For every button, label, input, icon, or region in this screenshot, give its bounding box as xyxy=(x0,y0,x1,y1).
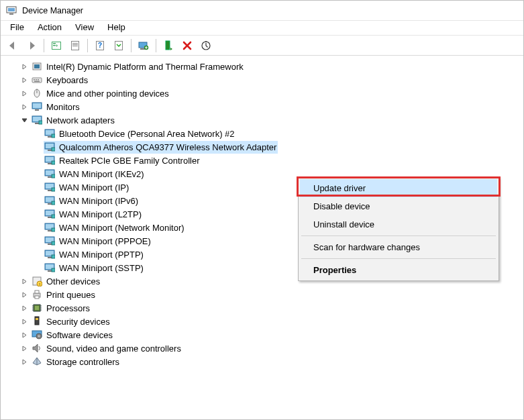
category-row[interactable]: Intel(R) Dynamic Platform and Thermal Fr… xyxy=(7,60,521,73)
mouse-icon xyxy=(32,88,42,99)
device-label: Bluetooth Device (Personal Area Network)… xyxy=(58,128,236,140)
svg-rect-5 xyxy=(53,45,56,46)
window-title: Device Manager xyxy=(21,5,85,16)
category-label: Monitors xyxy=(45,101,81,113)
category-row[interactable]: Software devices xyxy=(7,328,521,342)
network-adapter-icon xyxy=(44,222,55,233)
keyboard-icon xyxy=(32,74,42,85)
menu-action[interactable]: Action xyxy=(31,21,68,35)
category-row[interactable]: Mice and other pointing devices xyxy=(7,87,521,100)
context-separator xyxy=(301,235,496,236)
svg-rect-4 xyxy=(53,43,56,44)
titlebar: Device Manager xyxy=(1,1,523,21)
category-row[interactable]: Processors xyxy=(7,301,521,315)
context-uninstall-device[interactable]: Uninstall device xyxy=(300,215,497,233)
menu-help[interactable]: Help xyxy=(101,21,132,35)
toolbar-separator xyxy=(44,39,44,52)
enable-device-button[interactable] xyxy=(160,38,176,54)
svg-rect-2 xyxy=(9,13,13,15)
expand-icon[interactable] xyxy=(19,330,29,339)
sound-icon xyxy=(32,343,42,354)
device-label: WAN Miniport (IKEv2) xyxy=(58,168,146,180)
svg-rect-16 xyxy=(166,41,170,50)
svg-rect-7 xyxy=(72,43,78,44)
help-button[interactable]: ? xyxy=(92,38,108,54)
expand-icon[interactable] xyxy=(19,344,29,353)
toolbar: ? xyxy=(1,36,523,56)
context-properties[interactable]: Properties xyxy=(300,261,497,279)
network-adapter-icon xyxy=(32,115,42,125)
expand-icon[interactable] xyxy=(19,102,29,111)
device-label: WAN Miniport (SSTP) xyxy=(58,262,145,274)
menu-file[interactable]: File xyxy=(3,21,31,35)
software-device-icon xyxy=(32,329,42,340)
expand-icon[interactable] xyxy=(19,317,29,326)
properties-button[interactable] xyxy=(67,38,83,54)
device-label: Realtek PCIe GBE Family Controller xyxy=(58,155,201,166)
network-adapter-icon xyxy=(44,249,55,260)
forward-button[interactable] xyxy=(23,38,40,54)
back-button[interactable] xyxy=(5,38,21,54)
category-label: Intel(R) Dynamic Platform and Thermal Fr… xyxy=(45,61,245,72)
device-label: WAN Miniport (PPPOE) xyxy=(58,235,152,247)
category-row[interactable]: Storage controllers xyxy=(7,355,521,368)
expand-icon[interactable] xyxy=(19,290,29,299)
update-driver-button[interactable] xyxy=(136,38,152,54)
collapse-icon[interactable] xyxy=(19,115,29,125)
network-adapter-icon xyxy=(44,209,55,219)
scan-hardware-button[interactable] xyxy=(198,38,214,54)
menu-view[interactable]: View xyxy=(68,21,101,35)
category-label: Software devices xyxy=(45,329,114,341)
context-update-driver[interactable]: Update driver xyxy=(300,179,497,197)
device-label: Qualcomm Atheros QCA9377 Wireless Networ… xyxy=(58,142,278,153)
category-row-network[interactable]: Network adapters xyxy=(7,113,521,127)
device-row[interactable]: Qualcomm Atheros QCA9377 Wireless Networ… xyxy=(7,140,521,154)
monitor-icon xyxy=(32,101,42,112)
expand-icon[interactable] xyxy=(19,62,29,71)
device-label: WAN Miniport (PPTP) xyxy=(58,249,145,260)
svg-rect-8 xyxy=(72,44,78,45)
network-adapter-icon xyxy=(44,155,55,166)
category-row[interactable]: Sound, video and game controllers xyxy=(7,342,521,355)
toolbar-separator xyxy=(131,39,132,52)
network-adapter-icon xyxy=(44,182,55,193)
category-row[interactable]: Monitors xyxy=(7,100,521,113)
category-label: Other devices xyxy=(45,276,101,287)
category-label: Keyboards xyxy=(45,74,89,86)
network-adapter-icon xyxy=(44,168,55,179)
action-button[interactable] xyxy=(111,38,127,54)
device-label: WAN Miniport (IPv6) xyxy=(58,195,140,207)
expand-icon[interactable] xyxy=(19,357,29,366)
device-row[interactable]: Realtek PCIe GBE Family Controller xyxy=(7,154,521,167)
svg-text:?: ? xyxy=(98,42,102,49)
network-adapter-icon xyxy=(44,262,55,273)
category-label: Print queues xyxy=(45,289,97,301)
other-devices-icon xyxy=(32,276,42,286)
security-device-icon xyxy=(32,316,42,327)
context-separator xyxy=(301,258,496,259)
category-row[interactable]: Security devices xyxy=(7,315,521,328)
context-scan-hardware[interactable]: Scan for hardware changes xyxy=(300,238,497,256)
device-row[interactable]: Bluetooth Device (Personal Area Network)… xyxy=(7,127,521,140)
uninstall-device-button[interactable] xyxy=(179,38,195,54)
expand-icon[interactable] xyxy=(19,75,29,85)
device-label: WAN Miniport (Network Monitor) xyxy=(58,222,186,233)
network-adapter-icon xyxy=(44,128,55,139)
expand-icon[interactable] xyxy=(19,89,29,98)
chipset-icon xyxy=(32,61,42,72)
expand-icon[interactable] xyxy=(19,303,29,313)
context-disable-device[interactable]: Disable device xyxy=(300,197,497,215)
show-hide-tree-button[interactable] xyxy=(48,38,64,54)
network-adapter-icon xyxy=(44,195,55,206)
svg-rect-1 xyxy=(8,8,15,11)
category-label: Sound, video and game controllers xyxy=(45,343,182,354)
category-row[interactable]: Keyboards xyxy=(7,73,521,87)
svg-rect-9 xyxy=(72,46,78,46)
expand-icon[interactable] xyxy=(19,276,29,286)
device-label: WAN Miniport (IP) xyxy=(58,182,130,193)
menubar: File Action View Help xyxy=(1,21,523,36)
category-row[interactable]: Print queues xyxy=(7,288,521,301)
toolbar-separator xyxy=(156,39,156,52)
category-label: Processors xyxy=(45,303,91,314)
processor-icon xyxy=(32,303,42,313)
